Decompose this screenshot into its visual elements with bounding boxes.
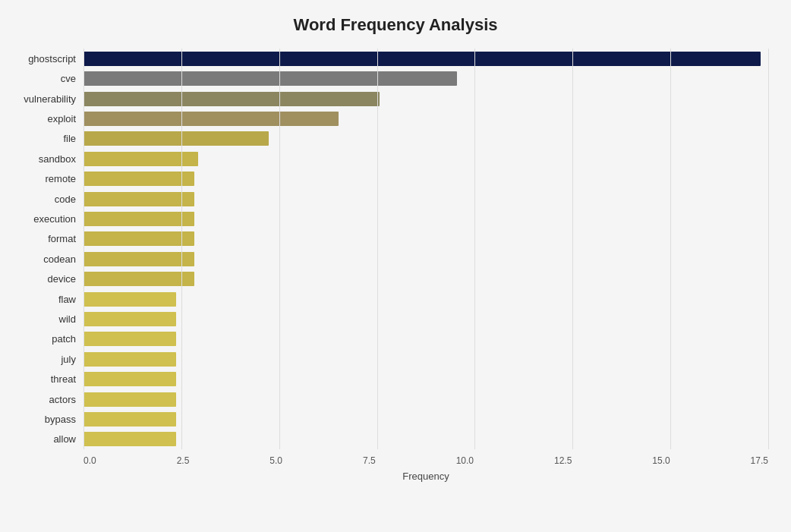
x-axis: 0.02.55.07.510.012.515.017.5 bbox=[84, 455, 768, 466]
bar bbox=[84, 192, 194, 206]
bar-row: file bbox=[84, 129, 768, 149]
bar-track bbox=[84, 129, 768, 149]
bar-label: wild bbox=[0, 313, 84, 325]
bar-label: threat bbox=[0, 373, 84, 385]
x-tick: 10.0 bbox=[456, 455, 474, 466]
bar bbox=[84, 231, 194, 246]
bar bbox=[84, 292, 176, 307]
bar bbox=[84, 392, 176, 407]
bar-track bbox=[84, 68, 768, 88]
bar-track bbox=[84, 349, 768, 369]
bar-label: vulnerability bbox=[0, 93, 84, 105]
bar-track bbox=[84, 149, 768, 168]
x-tick: 12.5 bbox=[554, 455, 572, 466]
bar-row: patch bbox=[84, 329, 768, 349]
bar bbox=[84, 332, 176, 346]
x-axis-label: Frequency bbox=[84, 471, 768, 482]
bar-track bbox=[84, 430, 768, 449]
bar-label: patch bbox=[0, 333, 84, 345]
chart-container: Word Frequency Analysis ghostscriptcvevu… bbox=[0, 0, 791, 532]
bottom-section: 0.02.55.07.510.012.515.017.5 Frequency bbox=[84, 452, 768, 482]
bar-track bbox=[84, 249, 768, 269]
bar bbox=[84, 71, 457, 86]
bar-track bbox=[84, 209, 768, 228]
bar-row: device bbox=[84, 269, 768, 288]
bar bbox=[84, 412, 176, 427]
bar-label: ghostscript bbox=[0, 53, 84, 65]
chart-title: Word Frequency Analysis bbox=[23, 15, 768, 35]
bar-label: exploit bbox=[0, 113, 84, 124]
bar-row: threat bbox=[84, 370, 768, 389]
bar bbox=[84, 432, 176, 446]
bar-track bbox=[84, 289, 768, 309]
bar-row: remote bbox=[84, 168, 768, 188]
bar-track bbox=[84, 409, 768, 429]
bar bbox=[84, 172, 194, 186]
bar bbox=[84, 372, 176, 386]
bar-label: file bbox=[0, 133, 84, 144]
bar-row: cve bbox=[84, 68, 768, 88]
bar-label: bypass bbox=[0, 414, 84, 425]
bar-label: allow bbox=[0, 433, 84, 445]
bar-row: exploit bbox=[84, 109, 768, 128]
bar-row: allow bbox=[84, 430, 768, 449]
bar-label: codean bbox=[0, 253, 84, 265]
x-tick: 0.0 bbox=[84, 455, 96, 466]
bar-track bbox=[84, 229, 768, 249]
bar bbox=[84, 212, 194, 226]
bars-section: ghostscriptcvevulnerabilityexploitfilesa… bbox=[84, 49, 768, 449]
bar-track bbox=[84, 189, 768, 209]
bar-track bbox=[84, 109, 768, 128]
bar bbox=[84, 92, 380, 106]
bar-label: actors bbox=[0, 394, 84, 405]
bar-track bbox=[84, 370, 768, 389]
bar-row: bypass bbox=[84, 409, 768, 429]
bar bbox=[84, 252, 194, 266]
bar-label: sandbox bbox=[0, 153, 84, 165]
bar-row: execution bbox=[84, 209, 768, 228]
bar-row: july bbox=[84, 349, 768, 369]
bar-track bbox=[84, 389, 768, 409]
bar-label: device bbox=[0, 273, 84, 285]
x-tick: 15.0 bbox=[652, 455, 670, 466]
bar-row: actors bbox=[84, 389, 768, 409]
chart-area: ghostscriptcvevulnerabilityexploitfilesa… bbox=[84, 49, 768, 482]
bar-label: code bbox=[0, 194, 84, 205]
bar-row: sandbox bbox=[84, 149, 768, 168]
bar-track bbox=[84, 269, 768, 288]
bar bbox=[84, 152, 198, 166]
bar-track bbox=[84, 309, 768, 329]
bar-label: july bbox=[0, 354, 84, 365]
bar-row: format bbox=[84, 229, 768, 249]
bar-row: wild bbox=[84, 309, 768, 329]
bar-row: flaw bbox=[84, 289, 768, 309]
x-tick: 17.5 bbox=[751, 455, 768, 466]
bar bbox=[84, 52, 761, 66]
bar-label: flaw bbox=[0, 294, 84, 305]
bar-label: format bbox=[0, 233, 84, 244]
bar-label: cve bbox=[0, 73, 84, 84]
x-tick: 2.5 bbox=[177, 455, 190, 466]
bar bbox=[84, 272, 194, 286]
x-tick: 7.5 bbox=[363, 455, 376, 466]
bar bbox=[84, 112, 339, 126]
x-tick: 5.0 bbox=[269, 455, 282, 466]
bar-label: execution bbox=[0, 213, 84, 225]
bar-track bbox=[84, 49, 768, 68]
bar-track bbox=[84, 168, 768, 188]
grid-line bbox=[768, 49, 769, 449]
bar-row: vulnerability bbox=[84, 89, 768, 109]
bar bbox=[84, 131, 269, 146]
bar-row: code bbox=[84, 189, 768, 209]
bar bbox=[84, 312, 176, 326]
bar-label: remote bbox=[0, 173, 84, 184]
bar-row: codean bbox=[84, 249, 768, 269]
bar-track bbox=[84, 329, 768, 349]
bar bbox=[84, 352, 176, 367]
bar-track bbox=[84, 89, 768, 109]
bar-row: ghostscript bbox=[84, 49, 768, 68]
